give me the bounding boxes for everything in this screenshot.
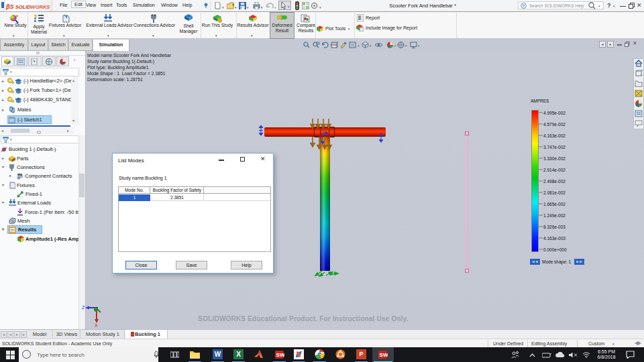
svg-text:W: W	[383, 352, 388, 358]
svg-text:W: W	[280, 352, 284, 358]
svg-text:X: X	[95, 323, 98, 327]
svg-text:Z: Z	[82, 305, 85, 310]
